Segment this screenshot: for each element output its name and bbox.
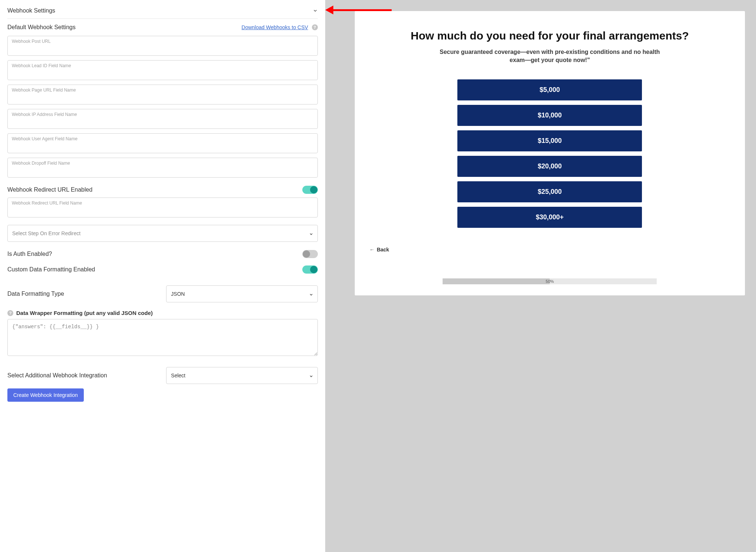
settings-panel: Webhook Settings Default Webhook Setting… <box>0 0 325 552</box>
create-integration-button[interactable]: Create Webhook Integration <box>7 388 84 402</box>
redirect-enabled-row: Webhook Redirect URL Enabled <box>7 182 318 198</box>
download-csv-link[interactable]: Download Webhooks to CSV <box>241 24 308 30</box>
help-icon[interactable]: ? <box>312 24 318 30</box>
additional-integration-row: Select Additional Webhook Integration Se… <box>7 363 318 388</box>
custom-formatting-row: Custom Data Formatting Enabled <box>7 262 318 277</box>
lead-id-input[interactable] <box>7 60 318 80</box>
auth-enabled-label: Is Auth Enabled? <box>7 251 52 257</box>
option-button[interactable]: $20,000 <box>457 156 642 177</box>
webhook-accordion-header[interactable]: Webhook Settings <box>7 4 318 19</box>
progress-label: 50% <box>546 279 554 284</box>
preview-title: How much do you need for your final arra… <box>370 30 730 42</box>
toggle-knob-icon <box>310 266 317 273</box>
post-url-wrapper: Webhook Post URL <box>7 36 318 56</box>
webhook-accordion-title: Webhook Settings <box>7 7 55 14</box>
chevron-down-icon <box>313 8 318 13</box>
wrapper-format-label: Data Wrapper Formatting (put any valid J… <box>16 310 153 316</box>
dropoff-wrapper: Webhook Dropoff Field Name <box>7 158 318 178</box>
user-agent-wrapper: Webhook User Agent Field Name <box>7 133 318 153</box>
option-button[interactable]: $30,000+ <box>457 207 642 228</box>
custom-formatting-toggle[interactable] <box>302 265 318 274</box>
preview-card: How much do you need for your final arra… <box>355 11 745 295</box>
error-redirect-select[interactable]: Select Step On Error Redirect <box>7 225 318 242</box>
default-webhook-row: Default Webhook Settings Download Webhoo… <box>7 19 318 36</box>
redirect-enabled-label: Webhook Redirect URL Enabled <box>7 186 92 193</box>
dropoff-input[interactable] <box>7 158 318 178</box>
ip-address-input[interactable] <box>7 109 318 129</box>
progress-bar: 50% <box>443 278 657 284</box>
format-type-select[interactable]: JSON <box>166 285 317 302</box>
format-type-wrapper: JSON <box>166 285 317 302</box>
post-url-input[interactable] <box>7 36 318 56</box>
back-button[interactable]: ← Back <box>370 247 389 253</box>
additional-integration-select[interactable]: Select <box>166 367 317 384</box>
progress-fill <box>443 278 550 284</box>
arrow-left-icon: ← <box>370 247 375 253</box>
auth-enabled-row: Is Auth Enabled? <box>7 246 318 262</box>
option-button[interactable]: $5,000 <box>457 79 642 100</box>
option-button[interactable]: $25,000 <box>457 181 642 202</box>
format-type-label: Data Formatting Type <box>7 291 159 297</box>
preview-area: How much do you need for your final arra… <box>325 0 756 552</box>
help-icon[interactable]: ? <box>7 310 13 316</box>
wrapper-format-textarea[interactable] <box>7 319 318 356</box>
page-url-input[interactable] <box>7 85 318 104</box>
option-button[interactable]: $10,000 <box>457 105 642 126</box>
redirect-enabled-toggle[interactable] <box>302 186 318 194</box>
back-label: Back <box>377 247 389 253</box>
option-button[interactable]: $15,000 <box>457 130 642 151</box>
lead-id-wrapper: Webhook Lead ID Field Name <box>7 60 318 80</box>
ip-address-wrapper: Webhook IP Address Field Name <box>7 109 318 129</box>
page-url-wrapper: Webhook Page URL Field Name <box>7 85 318 104</box>
redirect-url-wrapper: Webhook Redirect URL Field Name <box>7 198 318 217</box>
additional-integration-wrapper: Select <box>166 367 317 384</box>
default-webhook-label: Default Webhook Settings <box>7 24 76 31</box>
toggle-knob-icon <box>303 250 310 258</box>
toggle-knob-icon <box>310 186 317 193</box>
redirect-url-input[interactable] <box>7 198 318 217</box>
additional-integration-label: Select Additional Webhook Integration <box>7 372 159 379</box>
format-type-row: Data Formatting Type JSON <box>7 281 318 307</box>
option-buttons-container: $5,000 $10,000 $15,000 $20,000 $25,000 $… <box>457 79 642 228</box>
wrapper-format-header: ? Data Wrapper Formatting (put any valid… <box>7 307 318 319</box>
user-agent-input[interactable] <box>7 133 318 153</box>
preview-subtitle: Secure guaranteed coverage—even with pre… <box>439 48 660 65</box>
auth-enabled-toggle[interactable] <box>302 250 318 258</box>
custom-formatting-label: Custom Data Formatting Enabled <box>7 266 95 273</box>
error-redirect-wrapper: Select Step On Error Redirect <box>7 225 318 242</box>
